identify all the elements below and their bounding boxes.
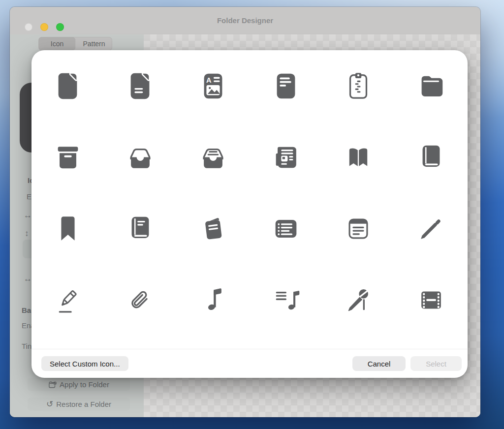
zoom-button[interactable] [56,23,64,31]
icon-cell-menucard[interactable] [177,193,250,264]
tab-icon[interactable]: Icon [39,37,75,50]
close-button[interactable] [25,23,32,31]
app-window: Folder Designer Icon Pattern Icon Enable… [10,7,480,417]
paperclip-icon [125,285,156,315]
icon-picker-sheet: A [32,50,468,378]
list-bullet-rectangle-icon [271,214,301,244]
apply-to-folder-button[interactable]: Apply to Folder [28,378,130,391]
icon-cell-book-closed[interactable] [395,122,468,193]
icon-cell-doc[interactable] [32,50,104,122]
menucard-icon [198,214,228,244]
icon-cell-pencil-line[interactable] [32,264,104,336]
icon-cell-list-rect[interactable] [250,193,322,264]
tray-icon [125,142,156,173]
icon-cell-book-open[interactable] [322,122,395,193]
mode-tabbar: Icon Pattern [38,37,112,51]
icon-cell-music-note[interactable] [177,264,250,336]
minimize-button[interactable] [40,23,48,31]
icon-cell-music-mic[interactable] [322,264,395,336]
document-icon [53,71,83,101]
book-text-icon [125,214,156,244]
pencil-icon [416,214,446,244]
traffic-lights [25,23,64,31]
open-book-icon [343,142,374,173]
scale-arrows-icon: ↔ [24,274,32,284]
archivebox-icon [53,142,83,173]
icon-cell-clipboard-list[interactable] [322,50,395,122]
document-richtext-icon: A [198,71,228,101]
select-custom-icon-button[interactable]: Select Custom Icon... [41,356,128,371]
icon-cell-archivebox[interactable] [32,122,104,193]
document-text-icon [125,71,156,101]
icon-cell-doc-plaintext[interactable] [250,50,322,122]
film-icon [416,285,446,315]
svg-text:A: A [206,76,212,84]
icon-cell-music-note-list[interactable] [250,264,322,336]
icon-cell-tray[interactable] [104,122,177,193]
icon-cell-paperclip[interactable] [104,264,177,336]
restore-icon: ↺ [46,400,53,408]
icon-grid: A [32,50,468,336]
cancel-button[interactable]: Cancel [352,356,406,371]
icon-cell-bookmark[interactable] [32,193,104,264]
music-note-list-icon [271,285,301,315]
folder-icon [416,71,446,101]
icon-cell-doc-richtext[interactable]: A [177,50,250,122]
bookmark-icon [53,214,83,244]
icon-cell-book-text[interactable] [104,193,177,264]
footer-action-group: Cancel Select [352,356,462,371]
document-plaintext-icon [271,71,301,101]
clipboard-list-icon [343,71,374,101]
icon-cell-doc-text[interactable] [104,50,177,122]
tray-full-icon [198,142,228,173]
window-title: Folder Designer [10,7,480,34]
icon-cell-film[interactable] [395,264,468,336]
microphone-icon [343,285,374,315]
select-button[interactable]: Select [410,356,462,371]
folder-badge-plus-icon [48,381,57,388]
icon-cell-note-text[interactable] [322,193,395,264]
icon-cell-folder[interactable] [395,50,468,122]
pencil-line-icon [53,285,83,315]
icon-cell-tray-full[interactable] [177,122,250,193]
icon-cell-pencil[interactable] [395,193,468,264]
height-arrows-icon: ↕ [25,229,29,239]
music-note-icon [198,285,228,315]
note-text-icon [343,214,374,244]
width-arrows-icon: ↔ [24,211,32,220]
restore-a-folder-button[interactable]: ↺ Restore a Folder [28,398,130,411]
newspaper-icon [271,142,301,173]
closed-book-icon [416,142,446,173]
tab-pattern[interactable]: Pattern [76,37,112,51]
sheet-footer: Select Custom Icon... Cancel Select [32,349,468,378]
titlebar: Folder Designer [10,7,480,35]
icon-cell-newspaper[interactable] [250,122,322,193]
